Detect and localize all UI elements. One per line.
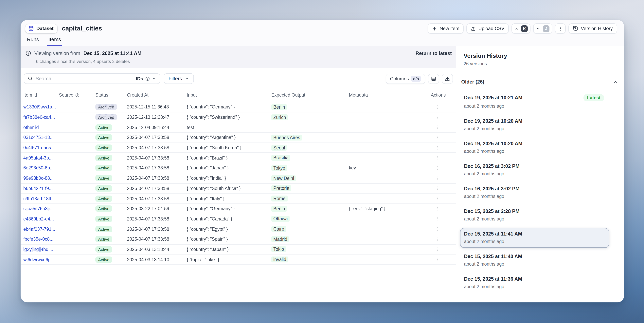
version-entry[interactable]: Dec 15, 2025 at 11:36 AM about 2 months … <box>460 273 609 293</box>
item-id-link[interactable]: fbcfe35e-0c8... <box>23 237 59 242</box>
table-row[interactable]: other-id Active 2025-12-04 09:16:44 test <box>20 123 456 133</box>
row-actions-kebab-icon[interactable] <box>434 206 442 212</box>
row-actions-kebab-icon[interactable] <box>434 104 442 110</box>
table-row[interactable]: wj6dwrwxu6j... Active 2025-04-03 13:14:1… <box>20 255 456 265</box>
table-row[interactable]: fbcfe35e-0c8... Active 2025-04-07 17:33:… <box>20 234 456 244</box>
item-id-link[interactable]: w1330t9ww1a... <box>23 105 59 109</box>
item-id-link[interactable]: eb4af037-791... <box>23 227 59 231</box>
status-cell: Active <box>95 195 127 202</box>
row-actions-kebab-icon[interactable] <box>434 236 442 242</box>
item-id-link[interactable]: ig2yjingjj4hql... <box>23 247 59 252</box>
table-row[interactable]: e4860bb2-e4... Active 2025-04-07 17:33:5… <box>20 214 456 224</box>
version-entry[interactable]: Dec 15, 2025 at 11:41 AM about 2 months … <box>460 228 609 248</box>
status-badge: Archived <box>95 104 117 110</box>
status-badge: Active <box>95 256 112 263</box>
version-entry[interactable]: Dec 19, 2025 at 10:21 AM Latest about 2 … <box>460 91 609 112</box>
expected-output-value: Tokyo <box>271 165 287 171</box>
version-entry[interactable]: Dec 16, 2025 at 3:02 PM about 2 months a… <box>460 160 609 180</box>
expand-user-j-button[interactable]: J <box>534 23 552 34</box>
version-history-button[interactable]: Version History <box>569 23 617 34</box>
table-row[interactable]: c9fb13ad-18ff... Active 2025-04-07 17:33… <box>20 194 456 204</box>
table-row[interactable]: 0c4f671b-ac5... Active 2025-04-07 17:33:… <box>20 143 456 153</box>
table-row[interactable]: 031c4751-13... Active 2025-04-07 17:33:5… <box>20 133 456 143</box>
version-entry[interactable]: Dec 19, 2025 at 10:20 AM about 2 months … <box>460 115 609 135</box>
column-header-status[interactable]: Status <box>95 93 127 97</box>
column-header-created-at[interactable]: Created At <box>127 93 187 97</box>
table-row[interactable]: ig2yjingjj4hql... Active 2025-04-03 13:1… <box>20 244 456 254</box>
row-actions-kebab-icon[interactable] <box>434 175 442 181</box>
new-item-button[interactable]: New item <box>428 23 464 34</box>
created-at-cell: 2025-12-04 09:16:44 <box>127 125 187 130</box>
expected-output-cell: Berlin <box>271 206 349 211</box>
item-id-link[interactable]: wj6dwrwxu6j... <box>23 257 59 262</box>
row-actions-kebab-icon[interactable] <box>434 114 442 120</box>
row-actions-kebab-icon[interactable] <box>434 196 442 201</box>
expected-output-cell: Cairo <box>271 227 349 231</box>
status-cell: Active <box>95 216 127 222</box>
row-actions-kebab-icon[interactable] <box>434 226 442 232</box>
row-actions-kebab-icon[interactable] <box>434 165 442 171</box>
expected-output-cell: Buenos Aires <box>271 135 349 140</box>
tab-runs[interactable]: Runs <box>27 37 39 46</box>
input-cell: { "country": "Canada" } <box>187 216 271 221</box>
column-header-metadata[interactable]: Metadata <box>349 93 431 97</box>
item-id-link[interactable]: 4a95afa4-3b... <box>23 156 59 160</box>
upload-csv-button[interactable]: Upload CSV <box>466 23 509 34</box>
table-row[interactable]: b6b64221-f9... Active 2025-04-07 17:33:5… <box>20 183 456 194</box>
row-actions-kebab-icon[interactable] <box>434 185 442 191</box>
version-entry[interactable]: Dec 16, 2025 at 3:02 PM about 2 months a… <box>460 183 609 203</box>
row-actions-kebab-icon[interactable] <box>434 135 442 141</box>
version-entry[interactable]: Dec 15, 2025 at 11:40 AM about 2 months … <box>460 250 609 270</box>
version-count: 26 versions <box>464 61 619 66</box>
desktop-background: Dataset capital_cities New item Up <box>0 0 644 323</box>
search-input[interactable]: Search... IDs <box>24 73 160 84</box>
more-options-button[interactable] <box>555 23 566 34</box>
actions-cell <box>431 165 456 171</box>
column-header-source[interactable]: Source <box>59 93 95 97</box>
search-mode-dropdown[interactable]: IDs <box>136 76 156 81</box>
collapse-user-k-button[interactable]: K <box>512 23 531 34</box>
row-actions-kebab-icon[interactable] <box>434 256 442 262</box>
actions-cell <box>431 196 456 201</box>
download-button[interactable] <box>442 73 453 84</box>
item-id-link[interactable]: other-id <box>23 125 59 130</box>
item-id-link[interactable]: 6e293c50-6b... <box>23 166 59 170</box>
table-row[interactable]: 99e93b0c-88... Active 2025-04-07 17:33:5… <box>20 173 456 183</box>
actions-cell <box>431 124 456 130</box>
chevron-up-icon[interactable] <box>613 80 618 84</box>
row-actions-kebab-icon[interactable] <box>434 124 442 130</box>
latest-badge: Latest <box>584 94 604 101</box>
table-row[interactable]: eb4af037-791... Active 2025-04-07 17:33:… <box>20 224 456 234</box>
item-id-link[interactable]: 0c4f671b-ac5... <box>23 145 59 150</box>
table-row[interactable]: fe7b38e0-ca4... Archived 2025-12-13 12:2… <box>20 112 456 122</box>
item-id-link[interactable]: c9fb13ad-18ff... <box>23 196 59 201</box>
item-id-link[interactable]: cjjoa5it75n3jr... <box>23 206 59 211</box>
row-actions-kebab-icon[interactable] <box>434 145 442 151</box>
input-cell: { "country": "Argentina" } <box>187 135 271 140</box>
item-id-link[interactable]: 031c4751-13... <box>23 135 59 140</box>
filters-button[interactable]: Filters <box>164 73 194 84</box>
return-to-latest-link[interactable]: Return to latest <box>416 51 452 56</box>
columns-button[interactable]: Columns 8/8 <box>386 73 425 84</box>
row-height-button[interactable] <box>428 73 439 84</box>
table-row[interactable]: 6e293c50-6b... Active 2025-04-07 17:33:5… <box>20 163 456 173</box>
column-header-item-id[interactable]: Item id <box>23 93 59 97</box>
expected-output-value: Ottawa <box>271 216 290 222</box>
item-id-link[interactable]: fe7b38e0-ca4... <box>23 115 59 120</box>
column-header-input[interactable]: Input <box>187 93 271 97</box>
version-entry-relative-time: about 2 months ago <box>464 149 605 154</box>
row-actions-kebab-icon[interactable] <box>434 216 442 222</box>
item-id-link[interactable]: b6b64221-f9... <box>23 186 59 191</box>
version-entry[interactable]: Dec 19, 2025 at 10:20 AM about 2 months … <box>460 138 609 158</box>
column-header-expected-output[interactable]: Expected Output <box>271 93 349 97</box>
table-row[interactable]: 4a95afa4-3b... Active 2025-04-07 17:33:5… <box>20 153 456 163</box>
row-actions-kebab-icon[interactable] <box>434 155 442 161</box>
table-row[interactable]: w1330t9ww1a... Archived 2025-12-15 11:36… <box>20 102 456 112</box>
item-id-link[interactable]: e4860bb2-e4... <box>23 216 59 221</box>
item-id-link[interactable]: 99e93b0c-88... <box>23 176 59 180</box>
table-row[interactable]: cjjoa5it75n3jr... Active 2025-08-22 17:0… <box>20 204 456 214</box>
tab-items[interactable]: Items <box>48 37 61 46</box>
older-section-header[interactable]: Older (26) <box>456 72 624 85</box>
row-actions-kebab-icon[interactable] <box>434 246 442 252</box>
version-entry[interactable]: Dec 15, 2025 at 2:28 PM about 2 months a… <box>460 205 609 225</box>
